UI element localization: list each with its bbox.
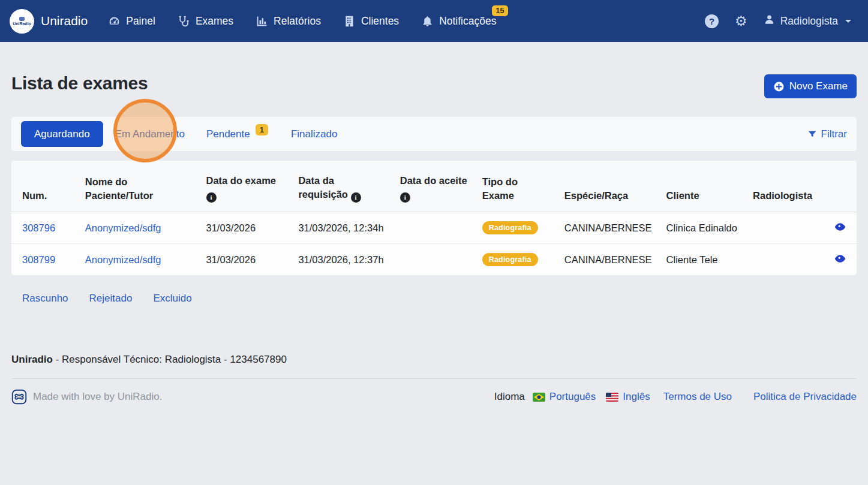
col-actions (816, 161, 857, 212)
exam-number-link[interactable]: 308796 (22, 222, 55, 233)
tab-pendente[interactable]: Pendente 1 (206, 128, 268, 140)
eye-icon (834, 222, 846, 231)
notifications-count-badge[interactable]: 15 (492, 5, 509, 16)
exam-date-cell: 31/03/2026 (196, 244, 288, 276)
patient-link[interactable]: Anonymized/sdfg (85, 254, 161, 265)
logo-mark (19, 17, 25, 21)
language-english[interactable]: Inglês (606, 391, 650, 403)
hospital-icon (343, 15, 356, 28)
link-excluido[interactable]: Excluido (153, 293, 191, 305)
bottom-footer: Made with love by UniRadio. Idioma Portu… (11, 389, 857, 405)
col-patient: Nome do Paciente/Tutor (74, 161, 196, 212)
chevron-down-icon (845, 20, 851, 23)
bone-logo-icon (11, 389, 27, 405)
request-date-cell: 31/03/2026, 12:37h (287, 244, 389, 276)
navbar: UniRadio Uniradio Painel Exames Relatóri… (0, 0, 868, 42)
made-with-love-text: Made with love by UniRadio. (33, 391, 162, 403)
nav-item-clientes[interactable]: Clientes (343, 15, 399, 28)
gear-icon[interactable]: ⚙ (735, 14, 747, 28)
client-cell: Cliente Tele (656, 244, 742, 276)
footer-divider (11, 378, 857, 379)
brand-name: Uniradio (41, 14, 88, 28)
new-exam-label: Novo Exame (789, 80, 848, 92)
bar-chart-icon (256, 15, 268, 28)
table-row: 308799 Anonymized/sdfg 31/03/2026 31/03/… (11, 244, 857, 276)
nav-label-relatorios: Relatórios (274, 15, 321, 28)
info-icon[interactable] (400, 192, 410, 203)
view-exam-button[interactable] (834, 222, 846, 231)
nav-label-painel: Painel (126, 15, 155, 28)
species-cell: CANINA/BERNESE (554, 244, 656, 276)
plus-circle-icon (773, 81, 785, 92)
page-title: Lista de exames (11, 73, 148, 94)
footer-company-info: - Responsável Técnico: Radiologista - 12… (53, 354, 287, 365)
patient-link[interactable]: Anonymized/sdfg (85, 222, 161, 233)
link-rascunho[interactable]: Rascunho (22, 293, 68, 305)
person-icon (764, 14, 775, 28)
new-exam-button[interactable]: Novo Exame (764, 74, 857, 98)
col-client: Cliente (656, 161, 742, 212)
privacy-policy-link[interactable]: Politica de Privacidade (753, 391, 857, 403)
tabs-bar: Aguardando Em Andamento Pendente 1 Final… (11, 117, 857, 151)
nav-menu: Painel Exames Relatórios Clientes Notifi… (108, 15, 496, 28)
language-portuguese-link[interactable]: Português (549, 391, 596, 403)
info-icon[interactable] (206, 192, 217, 203)
radiologist-cell (742, 212, 816, 244)
page-head: Lista de exames Novo Exame (11, 73, 857, 98)
col-radiologist: Radiologista (742, 161, 816, 212)
funnel-icon (807, 129, 817, 139)
col-accept-date-label: Data do aceite (400, 175, 467, 186)
col-exam-date: Data do exame (196, 161, 288, 212)
filter-button[interactable]: Filtrar (807, 128, 847, 140)
col-accept-date: Data do aceite (389, 161, 471, 212)
uniradio-logo-icon: UniRadio (10, 9, 34, 34)
exam-table: Num. Nome do Paciente/Tutor Data do exam… (11, 161, 857, 275)
col-species: Espécie/Raça (554, 161, 656, 212)
tab-aguardando[interactable]: Aguardando (21, 121, 103, 147)
main-content: Lista de exames Novo Exame Aguardando Em… (0, 73, 868, 405)
radiologist-cell (742, 244, 816, 276)
info-icon[interactable] (351, 192, 361, 203)
made-with-love: Made with love by UniRadio. (11, 389, 162, 405)
nav-item-relatorios[interactable]: Relatórios (256, 15, 321, 28)
footer-links: Idioma Português Inglês Termos de Uso Po… (494, 391, 857, 403)
language-portuguese[interactable]: Português (533, 391, 596, 403)
question-circle-icon[interactable] (705, 14, 719, 28)
terms-of-use-link[interactable]: Termos de Uso (663, 391, 732, 403)
language-english-link[interactable]: Inglês (623, 391, 650, 403)
bell-icon (421, 15, 434, 28)
nav-item-painel[interactable]: Painel (108, 15, 155, 28)
accept-date-cell (389, 212, 471, 244)
gauge-icon (108, 15, 121, 28)
brand[interactable]: UniRadio Uniradio (10, 9, 88, 34)
nav-label-clientes: Clientes (361, 15, 399, 28)
status-links: Rascunho Rejeitado Excluido (11, 293, 857, 305)
link-rejeitado[interactable]: Rejeitado (89, 293, 133, 305)
col-request-date-label: Data da requisição (298, 175, 348, 200)
user-name: Radiologista (780, 15, 838, 28)
responsible-info: Uniradio - Responsável Técnico: Radiolog… (11, 354, 857, 366)
user-menu[interactable]: Radiologista (764, 14, 851, 28)
nav-item-notificacoes[interactable]: Notificações 15 (421, 15, 496, 28)
language-label: Idioma (494, 391, 525, 403)
logo-text: UniRadio (13, 22, 31, 26)
nav-label-exames: Exames (196, 15, 233, 28)
tab-em-andamento-label: Em Andamento (115, 128, 185, 140)
view-exam-button[interactable] (834, 254, 846, 263)
species-cell: CANINA/BERNESE (554, 212, 656, 244)
exam-type-badge: Radiografia (482, 253, 538, 266)
stethoscope-icon (178, 15, 190, 28)
client-cell: Clinica Edinaldo (656, 212, 742, 244)
nav-item-exames[interactable]: Exames (178, 15, 233, 28)
table-header-row: Num. Nome do Paciente/Tutor Data do exam… (11, 161, 857, 212)
pendente-count-badge: 1 (256, 124, 268, 135)
tab-finalizado[interactable]: Finalizado (291, 128, 338, 140)
col-num: Num. (11, 161, 74, 212)
footer-company: Uniradio (11, 354, 53, 365)
col-exam-type: Tipo do Exame (471, 161, 554, 212)
accept-date-cell (389, 244, 471, 276)
exam-number-link[interactable]: 308799 (22, 254, 55, 265)
request-date-cell: 31/03/2026, 12:34h (287, 212, 389, 244)
tab-em-andamento[interactable]: Em Andamento (115, 128, 185, 140)
exam-table-card: Num. Nome do Paciente/Tutor Data do exam… (11, 161, 857, 275)
